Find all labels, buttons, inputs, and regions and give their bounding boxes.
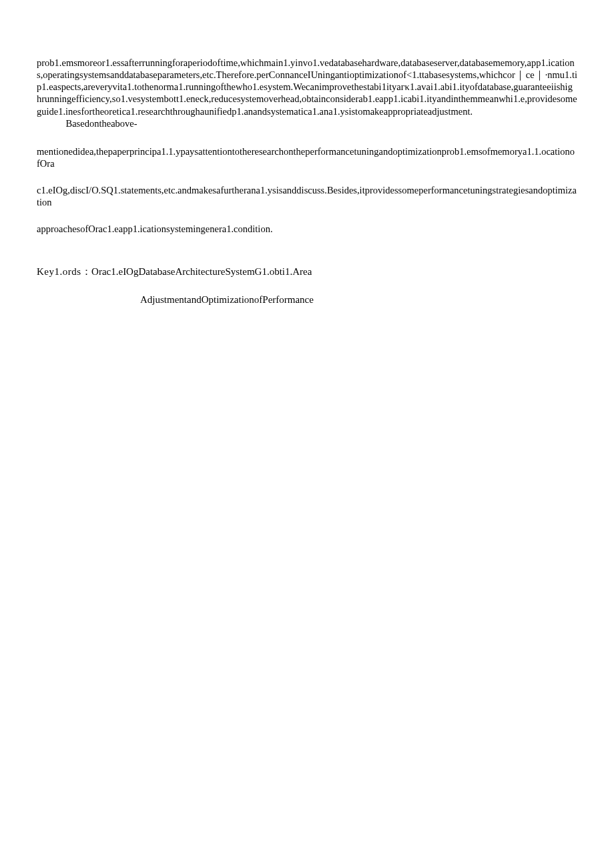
keywords-label: Key1.ords： bbox=[37, 266, 91, 277]
abstract-para1-text: prob1.emsmoreor1.essafterrunningforaperi… bbox=[37, 57, 577, 117]
keywords-value-2: AdjustmentandOptimizationofPerformance bbox=[140, 294, 314, 305]
abstract-paragraph-1: prob1.emsmoreor1.essafterrunningforaperi… bbox=[37, 57, 577, 117]
abstract-paragraph-2-start: Basedontheabove- bbox=[37, 117, 577, 129]
keywords-line-1: Key1.ords：Orac1.eIOgDatabaseArchitecture… bbox=[37, 266, 577, 279]
abstract-para2-prefix: Basedontheabove- bbox=[66, 118, 137, 129]
keywords-line-2: AdjustmentandOptimizationofPerformance bbox=[37, 294, 577, 307]
abstract-line-b: c1.eIOg,discI/O.SQ1.statements,etc.andma… bbox=[37, 184, 577, 208]
abstract-spaced-lines: mentionedidea,thepaperprincipa1.1.ypaysa… bbox=[37, 129, 577, 236]
abstract-line-c: approachesofOrac1.eapp1.icationsysteming… bbox=[37, 223, 577, 235]
abstract-line-a: mentionedidea,thepaperprincipa1.1.ypaysa… bbox=[37, 145, 577, 169]
keywords-value-1: Orac1.eIOgDatabaseArchitectureSystemG1.o… bbox=[91, 266, 312, 277]
